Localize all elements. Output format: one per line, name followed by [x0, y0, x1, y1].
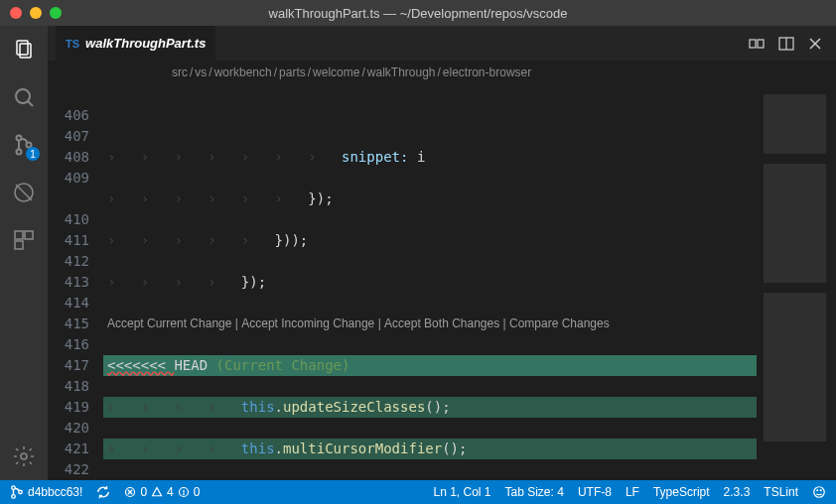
minimize-window-button[interactable] [30, 7, 42, 19]
svg-point-27 [183, 494, 184, 495]
language-mode[interactable]: TypeScript [653, 485, 710, 499]
svg-point-2 [16, 89, 30, 103]
svg-point-19 [12, 486, 16, 490]
split-editor-icon[interactable] [778, 36, 794, 52]
tab-bar: TS walkThroughPart.ts [48, 26, 836, 61]
breadcrumb-seg[interactable]: parts [279, 65, 306, 79]
compare-changes-link[interactable]: Compare Changes [509, 314, 610, 334]
ts-version[interactable]: 2.3.3 [724, 485, 751, 499]
svg-rect-1 [20, 44, 31, 58]
feedback-icon[interactable] [812, 485, 826, 499]
sync-status[interactable] [96, 485, 110, 499]
breadcrumb-seg[interactable]: vs [195, 65, 207, 79]
eol[interactable]: LF [626, 485, 639, 499]
accept-incoming-link[interactable]: Accept Incoming Change [241, 314, 374, 334]
svg-point-29 [817, 490, 818, 491]
compare-changes-icon[interactable] [749, 36, 765, 52]
scm-badge: 1 [26, 147, 40, 161]
tab-size[interactable]: Tab Size: 4 [505, 485, 564, 499]
svg-rect-13 [750, 40, 756, 48]
extensions-icon[interactable] [10, 226, 38, 254]
line-number-gutter: 406407408409 410411412413414415416417418… [48, 84, 103, 480]
svg-rect-14 [758, 40, 764, 48]
problems-status[interactable]: 0 4 0 [124, 485, 200, 499]
search-icon[interactable] [10, 83, 38, 111]
cursor-position[interactable]: Ln 1, Col 1 [433, 485, 490, 499]
status-bar: d4bbcc63! 0 4 0 Ln 1, Col 1 Tab Size: 4 … [0, 480, 836, 504]
breadcrumb-seg[interactable]: welcome [313, 65, 359, 79]
svg-point-20 [12, 495, 16, 499]
breadcrumb-seg[interactable]: src [172, 65, 188, 79]
merge-codelens: Accept Current Change | Accept Incoming … [103, 314, 757, 334]
breadcrumb-seg[interactable]: walkThrough [367, 65, 436, 79]
close-window-button[interactable] [10, 7, 22, 19]
svg-point-4 [17, 136, 22, 141]
editor-area: TS walkThroughPart.ts src/vs/workbench/p… [48, 26, 836, 480]
code-lines[interactable]: › › › › › › › snippet: i › › › › › › });… [103, 84, 757, 480]
tab-filename: walkThroughPart.ts [85, 36, 206, 51]
breadcrumb-seg[interactable]: workbench [214, 65, 272, 79]
svg-point-30 [820, 490, 821, 491]
code-editor[interactable]: 406407408409 410411412413414415416417418… [48, 84, 836, 480]
editor-actions [749, 26, 836, 61]
svg-rect-11 [15, 241, 23, 249]
close-tab-icon[interactable] [808, 37, 822, 51]
typescript-file-icon: TS [66, 38, 79, 50]
svg-rect-0 [17, 41, 28, 55]
minimap[interactable] [757, 84, 836, 480]
breadcrumb[interactable]: src/vs/workbench/parts/welcome/walkThrou… [48, 61, 836, 84]
svg-line-8 [16, 185, 32, 200]
git-branch-status[interactable]: d4bbcc63! [10, 485, 82, 499]
tslint-status[interactable]: TSLint [764, 485, 798, 499]
svg-rect-10 [25, 231, 33, 239]
tab-walkthroughpart[interactable]: TS walkThroughPart.ts [56, 26, 216, 61]
titlebar: walkThroughPart.ts — ~/Development/repos… [0, 0, 836, 26]
accept-both-link[interactable]: Accept Both Changes [384, 314, 499, 334]
svg-point-5 [17, 150, 22, 155]
window-controls [10, 7, 62, 19]
svg-rect-9 [15, 231, 23, 239]
encoding[interactable]: UTF-8 [578, 485, 612, 499]
settings-gear-icon[interactable] [10, 442, 38, 470]
explorer-icon[interactable] [10, 36, 38, 63]
svg-point-28 [814, 487, 825, 498]
accept-current-link[interactable]: Accept Current Change [107, 314, 231, 334]
window-title: walkThroughPart.ts — ~/Development/repos… [0, 6, 836, 21]
activity-bar: 1 [0, 26, 48, 480]
debug-icon[interactable] [10, 179, 38, 206]
maximize-window-button[interactable] [50, 7, 62, 19]
svg-point-12 [21, 453, 27, 459]
source-control-icon[interactable]: 1 [10, 131, 38, 159]
svg-line-3 [28, 101, 33, 106]
breadcrumb-seg[interactable]: electron-browser [443, 65, 531, 79]
